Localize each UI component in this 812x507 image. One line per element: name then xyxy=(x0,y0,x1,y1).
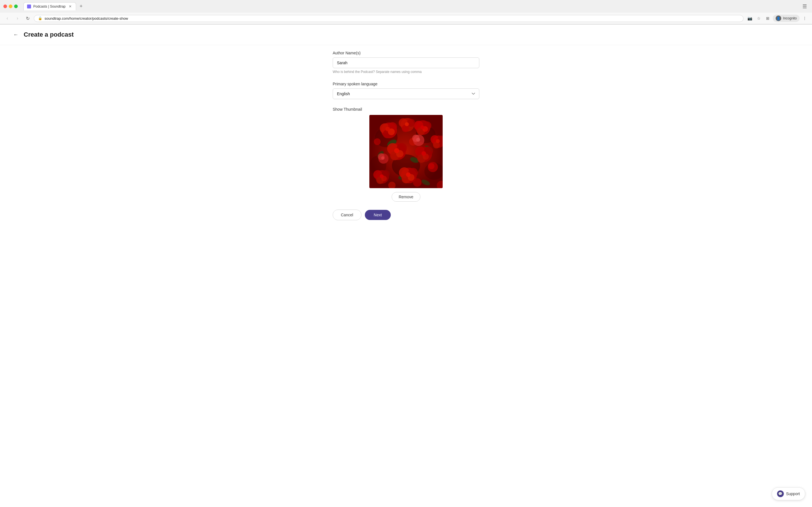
incognito-badge[interactable]: 👤 Incognito xyxy=(773,15,800,22)
active-tab[interactable]: Podcasts | Soundtrap ✕ xyxy=(23,2,76,10)
remove-thumbnail-button[interactable]: Remove xyxy=(392,192,420,202)
browser-titlebar: Podcasts | Soundtrap ✕ + ☰ xyxy=(0,0,812,13)
thumbnail-image[interactable] xyxy=(369,115,443,188)
page-back-button[interactable]: ← xyxy=(11,30,20,39)
incognito-avatar-icon: 👤 xyxy=(776,15,781,21)
split-view-icon[interactable]: ⊞ xyxy=(764,14,772,22)
url-text: soundtrap.com/home/creator/podcasts/crea… xyxy=(45,16,739,20)
browser-chrome: Podcasts | Soundtrap ✕ + ☰ ‹ › ↻ 🔒 sound… xyxy=(0,0,812,24)
thumbnail-section: Show Thumbnail xyxy=(333,107,479,202)
page-header: ← Create a podcast xyxy=(0,24,812,45)
incognito-label: Incognito xyxy=(783,16,797,20)
svg-rect-71 xyxy=(369,115,443,188)
bookmark-icon[interactable]: ☆ xyxy=(755,14,763,22)
support-label: Support xyxy=(786,492,800,496)
page-content: ← Create a podcast Author Name(s) Who is… xyxy=(0,24,812,506)
thumbnail-wrapper: Remove xyxy=(333,115,479,202)
language-section: Primary spoken language English Spanish … xyxy=(333,82,479,99)
browser-toolbar: ‹ › ↻ 🔒 soundtrap.com/home/creator/podca… xyxy=(0,13,812,24)
browser-options-icon[interactable]: ⋮ xyxy=(801,14,809,22)
form-actions: Cancel Next xyxy=(333,210,479,220)
camera-off-icon[interactable]: 📷 xyxy=(746,14,754,22)
language-label: Primary spoken language xyxy=(333,82,479,86)
tab-favicon-icon xyxy=(27,4,31,8)
next-button[interactable]: Next xyxy=(365,210,391,220)
forward-nav-button[interactable]: › xyxy=(13,14,21,22)
browser-menu-button[interactable]: ☰ xyxy=(801,3,809,10)
window-controls xyxy=(3,4,18,8)
new-tab-button[interactable]: + xyxy=(77,3,85,10)
support-button[interactable]: 💬 Support xyxy=(772,487,805,500)
tab-bar: Podcasts | Soundtrap ✕ + xyxy=(20,2,89,10)
security-lock-icon: 🔒 xyxy=(38,16,42,20)
author-label: Author Name(s) xyxy=(333,51,479,55)
page-title: Create a podcast xyxy=(24,31,73,38)
reload-button[interactable]: ↻ xyxy=(24,14,32,22)
close-button[interactable] xyxy=(3,4,7,8)
form-container: Author Name(s) Who is behind the Podcast… xyxy=(321,45,491,231)
roses-illustration xyxy=(369,115,443,188)
tab-title: Podcasts | Soundtrap xyxy=(33,4,66,8)
minimize-button[interactable] xyxy=(9,4,12,8)
cancel-button[interactable]: Cancel xyxy=(333,210,361,220)
back-nav-button[interactable]: ‹ xyxy=(3,14,11,22)
thumbnail-label: Show Thumbnail xyxy=(333,107,479,112)
tab-close-button[interactable]: ✕ xyxy=(68,4,72,9)
maximize-button[interactable] xyxy=(14,4,18,8)
author-hint: Who is behind the Podcast? Separate name… xyxy=(333,70,479,74)
support-icon: 💬 xyxy=(777,490,784,497)
language-select[interactable]: English Spanish French German Italian Po… xyxy=(333,89,479,99)
author-input[interactable] xyxy=(333,57,479,68)
address-bar[interactable]: 🔒 soundtrap.com/home/creator/podcasts/cr… xyxy=(34,15,744,22)
toolbar-actions: 📷 ☆ ⊞ 👤 Incognito ⋮ xyxy=(746,14,809,22)
author-section: Author Name(s) Who is behind the Podcast… xyxy=(333,51,479,74)
